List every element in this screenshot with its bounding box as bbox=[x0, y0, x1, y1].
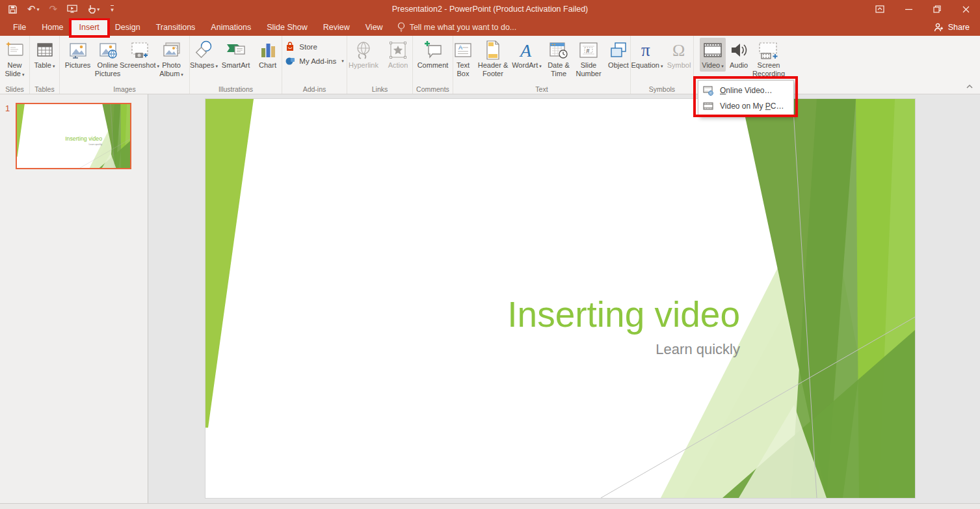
powerpoint-window: { "titlebar": { "title": "Presentation2 … bbox=[0, 0, 980, 509]
header-footer-label: Header & Footer bbox=[476, 61, 510, 78]
shapes-button[interactable]: Shapes▾ bbox=[189, 38, 219, 72]
tab-home[interactable]: Home bbox=[34, 18, 71, 36]
screen-recording-button[interactable]: Screen Recording bbox=[752, 38, 786, 79]
tab-design[interactable]: Design bbox=[107, 18, 148, 36]
video-button[interactable]: Video▾ bbox=[700, 38, 726, 72]
ribbon-group-tables: Table▾ Tables bbox=[30, 36, 60, 94]
tab-animations[interactable]: Animations bbox=[203, 18, 259, 36]
collapse-ribbon-button[interactable] bbox=[966, 80, 973, 92]
restore-button[interactable] bbox=[923, 0, 951, 18]
customize-qat-button[interactable]: ▾ bbox=[109, 5, 114, 13]
slide-canvas[interactable]: Inserting video Learn quickly bbox=[205, 99, 915, 498]
save-button[interactable] bbox=[8, 5, 18, 14]
action-label: Action bbox=[388, 61, 408, 70]
equation-icon: π bbox=[637, 39, 657, 61]
menu-item-online-video[interactable]: Online Video… bbox=[698, 83, 793, 98]
video-dropdown-menu: Online Video… Video on My PC… bbox=[698, 80, 794, 117]
audio-button[interactable]: Audio bbox=[726, 38, 752, 71]
tab-view[interactable]: View bbox=[358, 18, 391, 36]
ribbon-group-slides: New Slide▾ Slides bbox=[0, 36, 30, 94]
equation-button[interactable]: π Equation▾ bbox=[630, 38, 664, 72]
store-label: Store bbox=[299, 43, 317, 51]
slide-subtitle-text[interactable]: Learn quickly bbox=[656, 341, 740, 357]
comment-icon bbox=[423, 39, 444, 61]
new-slide-button[interactable]: New Slide▾ bbox=[0, 38, 30, 80]
shapes-label: Shapes▾ bbox=[190, 61, 218, 70]
thumbnail-subtitle-text: Learn quickly bbox=[88, 143, 102, 146]
menu-item-video-on-my-pc[interactable]: Video on My PC… bbox=[698, 98, 793, 114]
online-pictures-label: Online Pictures bbox=[93, 61, 123, 78]
save-icon bbox=[8, 5, 18, 14]
screenshot-button[interactable]: Screenshot▾ bbox=[123, 38, 157, 72]
pictures-icon bbox=[68, 39, 88, 61]
audio-label: Audio bbox=[730, 61, 748, 70]
menu-item-video-on-my-pc-label: Video on My PC… bbox=[720, 102, 784, 111]
close-icon bbox=[962, 6, 970, 13]
group-label-links: Links bbox=[372, 84, 388, 94]
touch-mode-dropdown-icon[interactable]: ▾ bbox=[97, 7, 99, 12]
store-button[interactable]: Store bbox=[285, 42, 343, 52]
quick-access-toolbar: ↶▾ ↷ ▾ ▾ bbox=[0, 3, 114, 15]
slide-number-button[interactable]: # Slide Number bbox=[574, 38, 603, 79]
wordart-label: WordArt▾ bbox=[512, 61, 542, 70]
smartart-button[interactable]: SmartArt bbox=[219, 38, 253, 71]
tab-file[interactable]: File bbox=[5, 18, 34, 36]
undo-dropdown-icon[interactable]: ▾ bbox=[37, 7, 40, 12]
online-pictures-button[interactable]: Online Pictures bbox=[93, 38, 123, 79]
tab-review[interactable]: Review bbox=[315, 18, 358, 36]
tell-me-box[interactable]: Tell me what you want to do... bbox=[397, 18, 517, 36]
ribbon-display-options-button[interactable] bbox=[866, 0, 894, 18]
object-label: Object bbox=[608, 61, 629, 70]
touch-mode-icon bbox=[87, 5, 96, 14]
group-label-slides: Slides bbox=[5, 84, 24, 94]
photo-album-button[interactable]: Photo Album▾ bbox=[157, 38, 187, 80]
wordart-button[interactable]: A WordArt▾ bbox=[510, 38, 544, 72]
screen-recording-icon bbox=[758, 39, 780, 61]
object-button[interactable]: Object bbox=[603, 38, 633, 71]
my-add-ins-button[interactable]: My Add-ins ▾ bbox=[285, 56, 343, 66]
undo-button[interactable]: ↶▾ bbox=[27, 3, 40, 15]
date-time-icon bbox=[548, 39, 569, 61]
symbol-icon: Ω bbox=[669, 39, 689, 61]
table-button[interactable]: Table▾ bbox=[30, 38, 60, 72]
slide-thumbnail-art: Inserting video Learn quickly bbox=[17, 104, 130, 168]
svg-text:π: π bbox=[641, 40, 650, 60]
slide-art: Inserting video Learn quickly bbox=[205, 99, 915, 498]
minimize-button[interactable] bbox=[894, 0, 923, 18]
table-icon bbox=[35, 39, 55, 61]
tab-transitions[interactable]: Transitions bbox=[148, 18, 204, 36]
comment-button[interactable]: Comment bbox=[416, 38, 450, 71]
ribbon-group-symbols: π Equation▾ Ω Symbol Symbols bbox=[631, 36, 694, 94]
table-label: Table▾ bbox=[34, 61, 55, 70]
group-label-comments: Comments bbox=[416, 84, 449, 94]
slide-number-label: Slide Number bbox=[574, 61, 603, 78]
ribbon-group-text: A Text Box Header & Footer A WordArt▾ bbox=[453, 36, 631, 94]
start-from-beginning-button[interactable] bbox=[67, 5, 77, 14]
tab-slide-show[interactable]: Slide Show bbox=[259, 18, 315, 36]
share-person-icon bbox=[934, 23, 944, 32]
close-button[interactable] bbox=[951, 0, 980, 18]
svg-text:A: A bbox=[519, 40, 532, 61]
pictures-button[interactable]: Pictures bbox=[63, 38, 93, 71]
touch-mouse-mode-button[interactable]: ▾ bbox=[87, 5, 99, 14]
svg-text:A: A bbox=[458, 44, 462, 51]
object-icon bbox=[609, 39, 628, 61]
lightbulb-icon bbox=[397, 22, 405, 32]
slide-title-text[interactable]: Inserting video bbox=[507, 294, 740, 335]
window-title: Presentation2 - PowerPoint (Product Acti… bbox=[0, 5, 980, 14]
header-footer-button[interactable]: Header & Footer bbox=[476, 38, 510, 79]
ribbon-group-illustrations: Shapes▾ SmartArt Chart Illustrations bbox=[190, 36, 282, 94]
group-label-tables: Tables bbox=[34, 84, 54, 94]
undo-icon: ↶ bbox=[27, 3, 36, 15]
hyperlink-icon bbox=[353, 39, 374, 61]
share-label: Share bbox=[948, 23, 970, 32]
new-slide-label: New Slide▾ bbox=[0, 61, 30, 79]
text-box-button[interactable]: A Text Box bbox=[450, 38, 476, 79]
online-pictures-icon bbox=[98, 39, 118, 61]
menu-item-online-video-label: Online Video… bbox=[720, 86, 773, 95]
tab-insert[interactable]: Insert bbox=[72, 18, 107, 36]
chart-button[interactable]: Chart bbox=[253, 38, 283, 71]
share-button[interactable]: Share bbox=[927, 18, 976, 36]
slide-thumbnail[interactable]: Inserting video Learn quickly bbox=[16, 103, 131, 169]
date-time-button[interactable]: Date & Time bbox=[544, 38, 574, 79]
